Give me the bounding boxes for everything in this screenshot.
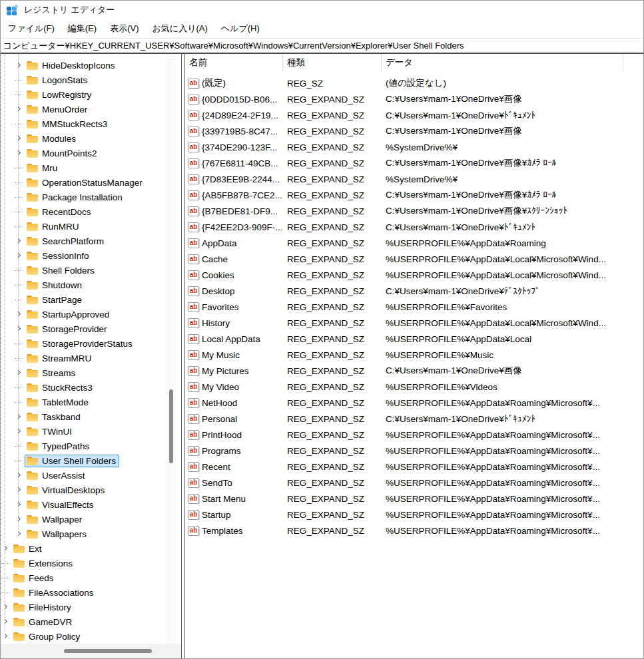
- table-row[interactable]: ab {7D83EE9B-2244... REG_EXPAND_SZ %Syst…: [185, 171, 643, 187]
- expander-icon[interactable]: [15, 527, 25, 541]
- table-row[interactable]: ab {AB5FB87B-7CE2... REG_EXPAND_SZ C:¥Us…: [185, 187, 643, 203]
- tree-item[interactable]: MenuOrder: [1, 102, 164, 116]
- menu-view[interactable]: 表示(V): [103, 20, 145, 37]
- expander-icon[interactable]: [1, 556, 11, 570]
- tree-item[interactable]: Streams: [1, 365, 164, 380]
- tree-vertical-scrollbar-thumb[interactable]: [169, 389, 173, 463]
- tree-item[interactable]: FileHistory: [1, 600, 164, 614]
- tree-item[interactable]: OperationStatusManager: [1, 175, 164, 190]
- expander-icon[interactable]: [1, 541, 11, 556]
- tree-item[interactable]: StorageProviderStatus: [1, 336, 164, 351]
- expander-icon[interactable]: [15, 248, 25, 263]
- tree-item[interactable]: Group Policy: [1, 629, 164, 644]
- expander-icon[interactable]: [15, 131, 25, 146]
- expander-icon[interactable]: [15, 395, 25, 409]
- tree-item[interactable]: Shutdown: [1, 278, 164, 292]
- expander-icon[interactable]: [15, 453, 25, 468]
- table-row[interactable]: ab My Video REG_EXPAND_SZ %USERPROFILE%¥…: [185, 379, 643, 395]
- expander-icon[interactable]: [15, 351, 25, 365]
- tree-item[interactable]: MMStuckRects3: [1, 116, 164, 131]
- expander-icon[interactable]: [15, 234, 25, 248]
- tree-item[interactable]: StorageProvider: [1, 322, 164, 336]
- tree-item[interactable]: HideDesktopIcons: [1, 58, 164, 73]
- tree-item[interactable]: MountPoints2: [1, 146, 164, 160]
- table-row[interactable]: ab My Music REG_EXPAND_SZ %USERPROFILE%¥…: [185, 347, 643, 363]
- table-row[interactable]: ab {24D89E24-2F19... REG_EXPAND_SZ C:¥Us…: [185, 107, 643, 123]
- table-row[interactable]: ab My Pictures REG_EXPAND_SZ C:¥Users¥ma…: [185, 363, 643, 379]
- expander-icon[interactable]: [15, 365, 25, 380]
- tree-item[interactable]: TWinUI: [1, 424, 164, 439]
- table-row[interactable]: ab PrintHood REG_EXPAND_SZ %USERPROFILE%…: [185, 427, 643, 443]
- expander-icon[interactable]: [15, 146, 25, 160]
- menu-edit[interactable]: 編集(E): [61, 20, 103, 37]
- table-row[interactable]: ab Personal REG_EXPAND_SZ C:¥Users¥mam-1…: [185, 411, 643, 427]
- column-header-data[interactable]: データ: [382, 54, 623, 71]
- tree-item[interactable]: Extensions: [1, 556, 164, 570]
- tree-item[interactable]: StartPage: [1, 292, 164, 307]
- table-row[interactable]: ab History REG_EXPAND_SZ %USERPROFILE%¥A…: [185, 315, 643, 331]
- tree-item[interactable]: SearchPlatform: [1, 234, 164, 248]
- tree-item[interactable]: Modules: [1, 131, 164, 146]
- tree-item[interactable]: Package Installation: [1, 190, 164, 204]
- expander-icon[interactable]: [15, 497, 25, 512]
- tree-item[interactable]: VisualEffects: [1, 497, 164, 512]
- table-row[interactable]: ab Favorites REG_EXPAND_SZ %USERPROFILE%…: [185, 299, 643, 315]
- expander-icon[interactable]: [15, 380, 25, 395]
- table-row[interactable]: ab Templates REG_EXPAND_SZ %USERPROFILE%…: [185, 523, 643, 539]
- expander-icon[interactable]: [15, 73, 25, 87]
- expander-icon[interactable]: [15, 336, 25, 351]
- expander-icon[interactable]: [1, 585, 11, 600]
- column-header-type[interactable]: 種類: [283, 54, 382, 71]
- table-row[interactable]: ab {767E6811-49CB... REG_EXPAND_SZ C:¥Us…: [185, 155, 643, 171]
- tree-item[interactable]: StuckRects3: [1, 380, 164, 395]
- table-row[interactable]: ab Programs REG_EXPAND_SZ %USERPROFILE%¥…: [185, 443, 643, 459]
- expander-icon[interactable]: [15, 160, 25, 175]
- expander-icon[interactable]: [1, 570, 11, 585]
- menu-favorites[interactable]: お気に入り(A): [146, 20, 214, 37]
- table-row[interactable]: ab NetHood REG_EXPAND_SZ %USERPROFILE%¥A…: [185, 395, 643, 411]
- tree-item[interactable]: VirtualDesktops: [1, 483, 164, 497]
- tree-item[interactable]: UserAssist: [1, 468, 164, 483]
- expander-icon[interactable]: [15, 424, 25, 439]
- tree-item[interactable]: LowRegistry: [1, 87, 164, 102]
- expander-icon[interactable]: [1, 600, 11, 614]
- tree-item[interactable]: LogonStats: [1, 73, 164, 87]
- expander-icon[interactable]: [15, 278, 25, 292]
- table-row[interactable]: ab {B7BEDE81-DF9... REG_EXPAND_SZ C:¥Use…: [185, 203, 643, 219]
- table-row[interactable]: ab Local AppData REG_EXPAND_SZ %USERPROF…: [185, 331, 643, 347]
- tree-item[interactable]: RecentDocs: [1, 204, 164, 219]
- expander-icon[interactable]: [15, 219, 25, 234]
- expander-icon[interactable]: [15, 468, 25, 483]
- menu-file[interactable]: ファイル(F): [1, 20, 61, 37]
- column-header-name[interactable]: 名前: [185, 54, 283, 71]
- expander-icon[interactable]: [15, 263, 25, 278]
- table-row[interactable]: ab Desktop REG_EXPAND_SZ C:¥Users¥mam-1¥…: [185, 283, 643, 299]
- tree-item[interactable]: StartupApproved: [1, 307, 164, 322]
- expander-icon[interactable]: [15, 116, 25, 131]
- expander-icon[interactable]: [15, 307, 25, 322]
- table-row[interactable]: ab AppData REG_EXPAND_SZ %USERPROFILE%¥A…: [185, 235, 643, 251]
- tree-item[interactable]: Mru: [1, 160, 164, 175]
- expander-icon[interactable]: [15, 409, 25, 424]
- tree-horizontal-scrollbar-thumb[interactable]: [64, 649, 152, 653]
- expander-icon[interactable]: [15, 102, 25, 116]
- tree-item[interactable]: GameDVR: [1, 614, 164, 629]
- expander-icon[interactable]: [15, 292, 25, 307]
- tree-horizontal-scrollbar[interactable]: [1, 644, 181, 658]
- tree-item[interactable]: FileAssociations: [1, 585, 164, 600]
- table-row[interactable]: ab SendTo REG_EXPAND_SZ %USERPROFILE%¥Ap…: [185, 475, 643, 491]
- tree-item[interactable]: TypedPaths: [1, 439, 164, 453]
- table-row[interactable]: ab {339719B5-8C47... REG_EXPAND_SZ C:¥Us…: [185, 123, 643, 139]
- expander-icon[interactable]: [15, 175, 25, 190]
- expander-icon[interactable]: [15, 322, 25, 336]
- tree-vertical-scrollbar[interactable]: [166, 54, 176, 644]
- table-row[interactable]: ab {0DDD015D-B06... REG_EXPAND_SZ C:¥Use…: [185, 91, 643, 107]
- expander-icon[interactable]: [15, 58, 25, 73]
- expander-icon[interactable]: [15, 87, 25, 102]
- table-row[interactable]: ab {F42EE2D3-909F-... REG_EXPAND_SZ C:¥U…: [185, 219, 643, 235]
- address-bar[interactable]: コンピューター¥HKEY_CURRENT_USER¥Software¥Micro…: [1, 38, 643, 54]
- tree-item[interactable]: Feeds: [1, 570, 164, 585]
- expander-icon[interactable]: [15, 512, 25, 527]
- tree-item[interactable]: StreamMRU: [1, 351, 164, 365]
- tree-item[interactable]: SessionInfo: [1, 248, 164, 263]
